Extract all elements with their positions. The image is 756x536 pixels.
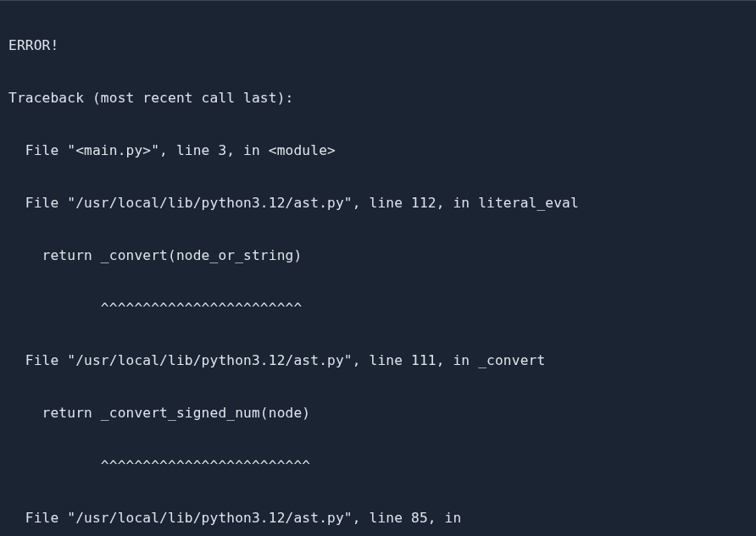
output-line: File "/usr/local/lib/python3.12/ast.py",… — [8, 347, 748, 373]
output-line: ERROR! — [8, 32, 748, 58]
output-line: Traceback (most recent call last): — [8, 85, 748, 111]
output-line: File "/usr/local/lib/python3.12/ast.py",… — [8, 190, 748, 216]
terminal-output[interactable]: ERROR! Traceback (most recent call last)… — [0, 0, 756, 536]
output-line: return _convert(node_or_string) — [8, 242, 748, 268]
output-line: ^^^^^^^^^^^^^^^^^^^^^^^^^ — [8, 452, 748, 478]
output-line: ^^^^^^^^^^^^^^^^^^^^^^^^ — [8, 295, 748, 321]
output-line: return _convert_signed_num(node) — [8, 400, 748, 426]
output-line: File "/usr/local/lib/python3.12/ast.py",… — [8, 505, 748, 531]
output-line: File "<main.py>", line 3, in <module> — [8, 137, 748, 163]
